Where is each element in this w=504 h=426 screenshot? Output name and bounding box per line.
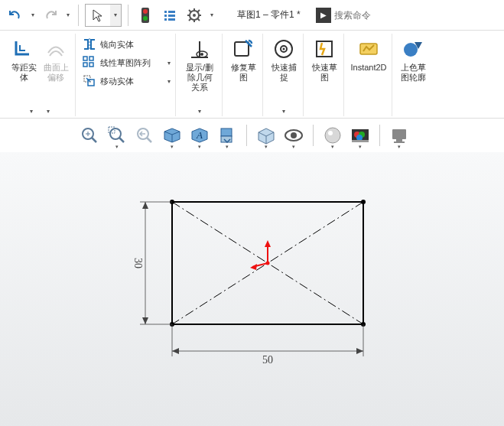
svg-rect-6 <box>168 15 175 17</box>
svg-text:A: A <box>196 129 203 141</box>
svg-rect-4 <box>168 11 175 13</box>
svg-line-18 <box>198 10 200 12</box>
svg-rect-59 <box>396 139 402 141</box>
edit-appearance-icon[interactable]: ▾ <box>320 122 346 148</box>
traffic-light-icon[interactable] <box>135 5 156 26</box>
svg-point-65 <box>361 200 366 204</box>
quick-access-toolbar: ▾ ▾ ▾ ▾ 草图1 – 零件1 * ▶ <box>0 0 504 31</box>
redo-dropdown[interactable]: ▾ <box>64 11 72 18</box>
linear-pattern-button[interactable]: 线性草图阵列 ▾ <box>80 54 172 72</box>
svg-line-16 <box>198 18 200 21</box>
origin-icon <box>250 240 271 270</box>
search-input[interactable] <box>331 8 408 23</box>
ribbon: 等距实 体 曲面上 偏移 ▾ ▾ 镜向实体 线性草图阵列 ▾ 移动实体 ▾ <box>0 31 504 119</box>
view-orientation-icon[interactable]: ▾ <box>214 122 240 148</box>
svg-line-45 <box>147 138 151 142</box>
svg-rect-23 <box>89 63 93 67</box>
svg-line-15 <box>189 10 191 12</box>
move-entities-button[interactable]: 移动实体 ▾ <box>80 72 172 90</box>
surface-offset-button[interactable]: 曲面上 偏移 <box>40 35 72 84</box>
svg-point-52 <box>328 131 333 135</box>
svg-rect-8 <box>168 18 175 21</box>
svg-rect-7 <box>164 18 167 21</box>
svg-point-41 <box>110 128 121 139</box>
svg-rect-30 <box>235 42 249 56</box>
svg-rect-58 <box>392 129 406 139</box>
svg-line-17 <box>189 18 191 21</box>
svg-rect-3 <box>164 11 167 13</box>
settings-dropdown[interactable]: ▾ <box>208 11 216 18</box>
instant2d-button[interactable]: Instant2D <box>349 35 389 74</box>
width-dimension: 50 <box>172 324 363 366</box>
svg-point-56 <box>356 135 363 141</box>
settings-gear-icon[interactable] <box>184 5 205 26</box>
rapid-sketch-button[interactable]: 快速草 图 <box>308 35 340 84</box>
display-style-icon[interactable]: ▾ <box>253 122 279 148</box>
list-icon[interactable] <box>159 5 180 26</box>
shaded-contour-button[interactable]: 上色草 图轮廓 <box>397 35 429 84</box>
select-tool[interactable]: ▾ <box>85 4 122 27</box>
mirror-entities-button[interactable]: 镜向实体 <box>80 35 172 54</box>
apply-scene-icon[interactable]: ▾ <box>347 122 373 148</box>
svg-point-29 <box>200 53 203 56</box>
zoom-fit-icon[interactable] <box>76 122 102 148</box>
prev-view-icon[interactable] <box>132 122 158 148</box>
undo-dropdown[interactable]: ▾ <box>29 11 37 18</box>
svg-point-33 <box>283 48 285 50</box>
document-title: 草图1 – 零件1 * <box>237 8 301 21</box>
svg-rect-57 <box>352 140 369 142</box>
svg-rect-60 <box>394 141 405 143</box>
height-dimension: 30 <box>132 202 173 324</box>
svg-text:30: 30 <box>132 258 144 268</box>
sketch-canvas[interactable]: 30 50 <box>0 152 504 426</box>
svg-point-70 <box>266 262 270 265</box>
undo-button[interactable] <box>5 5 26 26</box>
quick-snap-button[interactable]: 快速捕 捉 <box>268 35 300 84</box>
svg-point-50 <box>291 132 297 138</box>
svg-line-38 <box>92 138 96 142</box>
redo-button[interactable] <box>40 5 61 26</box>
svg-rect-20 <box>83 57 87 60</box>
svg-line-42 <box>119 138 124 142</box>
svg-rect-21 <box>89 57 93 60</box>
svg-point-36 <box>404 43 418 57</box>
command-search[interactable]: ▶ <box>316 8 408 23</box>
svg-text:50: 50 <box>262 354 273 366</box>
repair-sketch-button[interactable]: 修复草 图 <box>227 35 259 84</box>
dynamic-annotation-icon[interactable]: A▾ <box>187 122 213 148</box>
svg-rect-22 <box>83 63 87 67</box>
view-toolbar: ▾ ▾ A▾ ▾ ▾ ▾ ▾ ▾ ▾ <box>0 119 504 152</box>
hide-show-icon[interactable]: ▾ <box>281 122 307 148</box>
zoom-area-icon[interactable]: ▾ <box>104 122 130 148</box>
svg-point-51 <box>325 128 340 143</box>
sketch-drawing: 30 50 <box>0 152 504 426</box>
svg-rect-47 <box>221 128 232 136</box>
offset-entities-button[interactable]: 等距实 体 <box>8 35 40 84</box>
svg-point-2 <box>143 16 148 21</box>
view-settings-icon[interactable]: ▾ <box>386 122 412 148</box>
svg-point-1 <box>143 9 148 14</box>
search-run-icon[interactable]: ▶ <box>316 8 331 23</box>
section-view-icon[interactable]: ▾ <box>159 122 185 148</box>
svg-rect-5 <box>164 15 167 17</box>
show-relations-button[interactable]: 显示/删 除几何 关系 <box>180 35 219 94</box>
svg-point-10 <box>193 14 196 17</box>
